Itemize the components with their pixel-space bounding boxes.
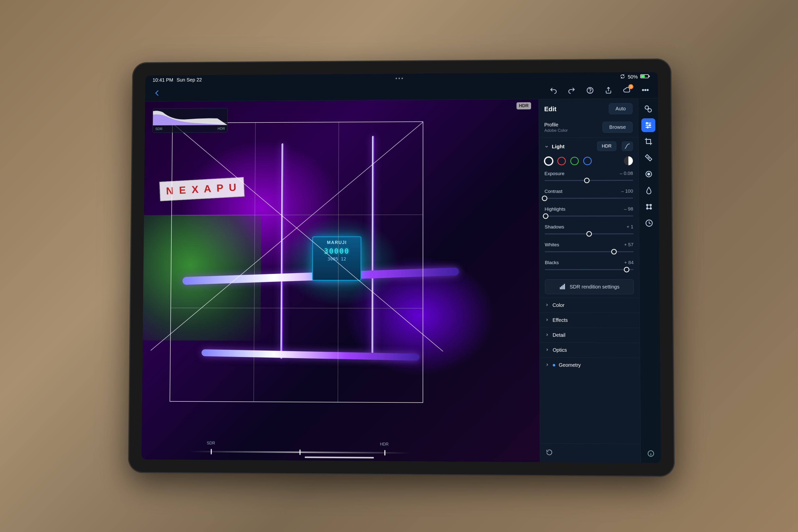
slider-value: + 84 [624, 260, 633, 265]
slider-exposure[interactable]: Exposure – 0.08 [539, 169, 639, 187]
svg-point-19 [648, 173, 650, 175]
multitask-dots[interactable] [396, 77, 403, 79]
slider-track[interactable] [545, 267, 634, 272]
svg-point-7 [645, 89, 646, 90]
svg-rect-3 [649, 75, 650, 77]
slider-value: – 100 [621, 188, 633, 194]
battery-icon [640, 74, 650, 80]
profile-row: Profile Adobe Color Browse [539, 118, 638, 138]
slider-whites[interactable]: Whites + 57 [539, 240, 639, 258]
hdr-badge[interactable]: HDR [516, 102, 531, 109]
sdr-rendition-label: SDR rendition settings [570, 284, 620, 289]
home-indicator[interactable] [305, 456, 374, 458]
chevron-right-icon [545, 303, 549, 308]
crop-overlay[interactable] [170, 121, 423, 403]
status-time: 10:41 PM [153, 77, 173, 83]
channel-luma[interactable] [545, 157, 553, 165]
slider-label: Whites [545, 242, 559, 247]
slider-track[interactable] [545, 249, 633, 254]
svg-point-15 [646, 122, 648, 124]
bw-toggle-icon[interactable] [624, 156, 633, 165]
reset-icon[interactable] [546, 449, 553, 457]
slider-value: – 98 [624, 206, 633, 212]
section-detail[interactable]: Detail [539, 327, 640, 343]
slider-label: Contrast [545, 189, 562, 194]
slider-label: Highlights [545, 206, 565, 212]
section-title: Color [553, 302, 565, 308]
presets-tool[interactable] [641, 102, 655, 116]
svg-point-16 [649, 125, 650, 126]
masking-tool[interactable] [642, 167, 656, 181]
light-title: Light [552, 143, 594, 149]
channel-red[interactable] [557, 157, 566, 165]
channel-selector [539, 155, 639, 169]
section-geometry[interactable]: Geometry [540, 357, 640, 373]
histo-sdr-label: SDR [155, 127, 163, 131]
adjust-tool[interactable] [641, 118, 655, 132]
slider-track[interactable] [545, 213, 633, 219]
slider-highlights[interactable]: Highlights – 98 [539, 204, 639, 222]
light-section-header[interactable]: Light HDR [539, 137, 639, 155]
slider-contrast[interactable]: Contrast – 100 [539, 186, 639, 204]
versions-tool[interactable] [642, 216, 656, 230]
redo-button[interactable] [567, 86, 576, 95]
back-button[interactable] [152, 88, 162, 97]
svg-point-17 [647, 127, 648, 128]
edit-title: Edit [544, 105, 556, 113]
browse-button[interactable]: Browse [603, 121, 632, 133]
slider-label: Shadows [545, 224, 564, 230]
svg-rect-9 [560, 287, 561, 289]
chevron-down-icon [545, 144, 549, 149]
sync-icon [620, 74, 625, 80]
histogram[interactable]: SDR HDR [153, 108, 228, 133]
status-date: Sun Sep 22 [176, 77, 202, 82]
svg-rect-10 [561, 286, 562, 289]
chevron-right-icon [545, 332, 549, 338]
profile-value: Adobe Color [544, 128, 568, 133]
photo-canvas[interactable]: N E X A P U MARUJI 30000 3005 12 [141, 99, 540, 462]
sdr-rendition-button[interactable]: SDR rendition settings [545, 279, 634, 294]
share-button[interactable] [604, 85, 613, 95]
effects-tool[interactable] [642, 200, 656, 213]
slider-track[interactable] [545, 231, 633, 236]
more-button[interactable] [640, 85, 650, 95]
profile-label: Profile [544, 122, 568, 127]
slider-value: – 0.08 [620, 171, 633, 176]
svg-point-6 [643, 89, 644, 90]
channel-green[interactable] [570, 157, 579, 165]
tone-curve-button[interactable] [622, 141, 633, 151]
info-button[interactable] [647, 450, 654, 458]
edit-header: Edit Auto [539, 98, 638, 119]
section-title: Optics [553, 347, 567, 353]
section-active-dot [553, 364, 555, 366]
panel-footer [540, 443, 641, 463]
crop-tool[interactable] [641, 134, 655, 148]
auto-button[interactable]: Auto [609, 103, 632, 114]
undo-button[interactable] [548, 86, 558, 95]
chevron-right-icon [545, 362, 549, 367]
slider-track[interactable] [545, 177, 633, 183]
range-sdr-label: SDR [207, 441, 215, 445]
slider-label: Exposure [545, 171, 565, 176]
svg-point-8 [647, 89, 648, 90]
slider-blacks[interactable]: Blacks + 84 [539, 258, 639, 276]
water-tool[interactable] [642, 184, 656, 197]
section-effects[interactable]: Effects [539, 312, 640, 328]
section-title: Detail [553, 332, 565, 338]
slider-track[interactable] [545, 195, 633, 201]
channel-blue[interactable] [583, 156, 592, 165]
help-button[interactable] [585, 85, 595, 95]
section-color[interactable]: Color [539, 298, 640, 312]
healing-tool[interactable] [642, 151, 656, 165]
slider-shadows[interactable]: Shadows + 1 [539, 222, 639, 240]
svg-point-14 [648, 108, 651, 112]
histo-hdr-label: HDR [217, 127, 225, 130]
app-toolbar: 3 [145, 81, 658, 101]
slider-label: Blacks [545, 260, 559, 265]
section-optics[interactable]: Optics [540, 342, 640, 358]
section-title: Geometry [559, 362, 581, 368]
range-hdr-label: HDR [380, 442, 388, 446]
cloud-sync-button[interactable]: 3 [622, 85, 632, 95]
hdr-toggle[interactable]: HDR [597, 141, 616, 151]
slider-value: + 57 [624, 242, 633, 247]
